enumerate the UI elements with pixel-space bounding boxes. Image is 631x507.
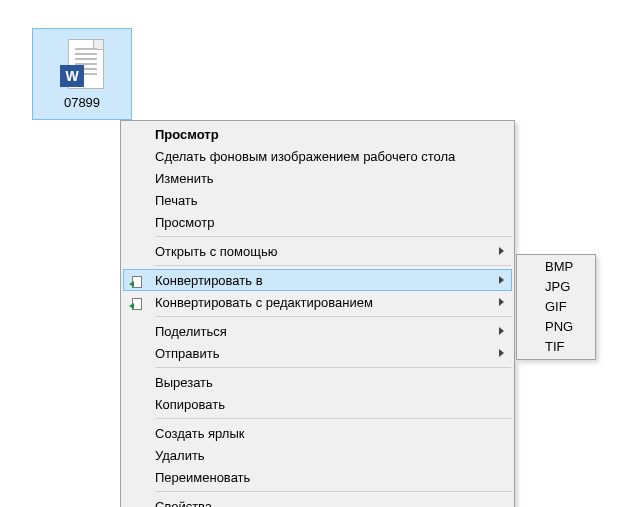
menu-item-preview-default[interactable]: Просмотр <box>123 123 512 145</box>
menu-label: Копировать <box>155 397 488 412</box>
submenu-label: TIF <box>545 339 565 354</box>
menu-separator <box>155 491 511 492</box>
menu-label: Вырезать <box>155 375 488 390</box>
menu-item-convert-with-edit[interactable]: Конвертировать с редактированием <box>123 291 512 313</box>
submenu-arrow-icon <box>499 349 504 357</box>
submenu-label: JPG <box>545 279 570 294</box>
menu-separator <box>155 236 511 237</box>
menu-item-properties[interactable]: Свойства <box>123 495 512 507</box>
submenu-label: GIF <box>545 299 567 314</box>
menu-item-cut[interactable]: Вырезать <box>123 371 512 393</box>
menu-label: Открыть с помощью <box>155 244 488 259</box>
menu-label: Переименовать <box>155 470 488 485</box>
menu-separator <box>155 265 511 266</box>
menu-item-set-wallpaper[interactable]: Сделать фоновым изображением рабочего ст… <box>123 145 512 167</box>
submenu-arrow-icon <box>499 298 504 306</box>
file-item[interactable]: W 07899 <box>32 28 132 120</box>
menu-item-share[interactable]: Поделиться <box>123 320 512 342</box>
menu-label: Поделиться <box>155 324 488 339</box>
menu-item-rename[interactable]: Переименовать <box>123 466 512 488</box>
menu-label: Удалить <box>155 448 488 463</box>
convert-to-submenu: BMP JPG GIF PNG TIF <box>516 254 596 360</box>
menu-label: Изменить <box>155 171 488 186</box>
menu-item-convert-to[interactable]: Конвертировать в <box>123 269 512 291</box>
menu-item-edit[interactable]: Изменить <box>123 167 512 189</box>
context-menu: Просмотр Сделать фоновым изображением ра… <box>120 120 515 507</box>
convert-icon <box>129 272 145 288</box>
submenu-arrow-icon <box>499 327 504 335</box>
menu-item-copy[interactable]: Копировать <box>123 393 512 415</box>
submenu-label: PNG <box>545 319 573 334</box>
submenu-item-png[interactable]: PNG <box>519 317 593 337</box>
submenu-item-gif[interactable]: GIF <box>519 297 593 317</box>
word-document-icon: W <box>60 39 104 91</box>
menu-item-preview[interactable]: Просмотр <box>123 211 512 233</box>
menu-separator <box>155 316 511 317</box>
menu-item-delete[interactable]: Удалить <box>123 444 512 466</box>
submenu-arrow-icon <box>499 247 504 255</box>
menu-separator <box>155 367 511 368</box>
submenu-label: BMP <box>545 259 573 274</box>
menu-label: Свойства <box>155 499 488 508</box>
menu-label: Конвертировать в <box>155 273 488 288</box>
menu-separator <box>155 418 511 419</box>
menu-label: Сделать фоновым изображением рабочего ст… <box>155 149 488 164</box>
menu-label: Просмотр <box>155 127 488 142</box>
menu-label: Создать ярлык <box>155 426 488 441</box>
submenu-item-tif[interactable]: TIF <box>519 337 593 357</box>
menu-label: Печать <box>155 193 488 208</box>
menu-label: Конвертировать с редактированием <box>155 295 488 310</box>
file-name-label: 07899 <box>64 95 100 110</box>
menu-label: Отправить <box>155 346 488 361</box>
menu-item-open-with[interactable]: Открыть с помощью <box>123 240 512 262</box>
menu-item-send-to[interactable]: Отправить <box>123 342 512 364</box>
submenu-item-jpg[interactable]: JPG <box>519 277 593 297</box>
menu-item-print[interactable]: Печать <box>123 189 512 211</box>
convert-icon <box>129 294 145 310</box>
submenu-item-bmp[interactable]: BMP <box>519 257 593 277</box>
submenu-arrow-icon <box>499 276 504 284</box>
word-badge: W <box>60 65 84 87</box>
menu-item-create-shortcut[interactable]: Создать ярлык <box>123 422 512 444</box>
menu-label: Просмотр <box>155 215 488 230</box>
